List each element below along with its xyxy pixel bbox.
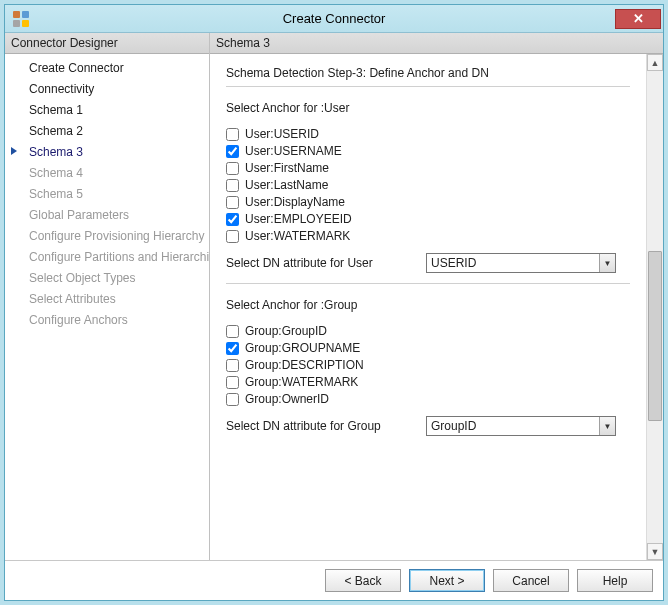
close-icon: ✕: [633, 11, 644, 26]
titlebar: Create Connector ✕: [5, 5, 663, 33]
main-columns: Connector Designer Create ConnectorConne…: [5, 33, 663, 560]
checkbox[interactable]: [226, 128, 239, 141]
checkbox[interactable]: [226, 342, 239, 355]
nav-item[interactable]: Configure Anchors: [5, 310, 209, 331]
nav-item[interactable]: Select Object Types: [5, 268, 209, 289]
user-dn-value: USERID: [431, 256, 476, 270]
cancel-button[interactable]: Cancel: [493, 569, 569, 592]
checkbox[interactable]: [226, 162, 239, 175]
nav-item[interactable]: Schema 5: [5, 184, 209, 205]
nav-item[interactable]: Select Attributes: [5, 289, 209, 310]
checkbox-label: Group:GroupID: [245, 324, 327, 338]
help-button[interactable]: Help: [577, 569, 653, 592]
checkbox-label: Group:GROUPNAME: [245, 341, 360, 355]
user-dn-label: Select DN attribute for User: [226, 256, 426, 270]
next-button[interactable]: Next >: [409, 569, 485, 592]
app-icon: [13, 11, 29, 27]
group-anchor-label: Select Anchor for :Group: [226, 298, 630, 312]
checkbox-label: User:DisplayName: [245, 195, 345, 209]
checkbox-label: Group:WATERMARK: [245, 375, 358, 389]
group-dn-row: Select DN attribute for Group GroupID ▼: [226, 416, 630, 436]
right-pane: Schema 3 Schema Detection Step-3: Define…: [210, 33, 663, 560]
user-dn-row: Select DN attribute for User USERID ▼: [226, 253, 630, 273]
checkbox[interactable]: [226, 145, 239, 158]
nav-item[interactable]: Global Parameters: [5, 205, 209, 226]
scroll-thumb[interactable]: [648, 251, 662, 421]
footer-buttons: < Back Next > Cancel Help: [5, 560, 663, 600]
group-checkbox-row[interactable]: Group:OwnerID: [226, 392, 630, 406]
user-checkbox-row[interactable]: User:FirstName: [226, 161, 630, 175]
group-checkbox-row[interactable]: Group:GROUPNAME: [226, 341, 630, 355]
vertical-scrollbar[interactable]: ▲ ▼: [646, 54, 663, 560]
user-dn-select[interactable]: USERID ▼: [426, 253, 616, 273]
group-checkbox-row[interactable]: Group:DESCRIPTION: [226, 358, 630, 372]
scroll-track[interactable]: [647, 71, 663, 543]
group-checkbox-row[interactable]: Group:WATERMARK: [226, 375, 630, 389]
window-title: Create Connector: [5, 11, 663, 26]
group-dn-label: Select DN attribute for Group: [226, 419, 426, 433]
chevron-down-icon: ▼: [599, 417, 615, 435]
close-button[interactable]: ✕: [615, 9, 661, 29]
user-anchor-label: Select Anchor for :User: [226, 101, 630, 115]
user-checkbox-row[interactable]: User:EMPLOYEEID: [226, 212, 630, 226]
user-checkbox-row[interactable]: User:DisplayName: [226, 195, 630, 209]
back-button[interactable]: < Back: [325, 569, 401, 592]
checkbox-label: User:LastName: [245, 178, 328, 192]
nav-list: Create ConnectorConnectivitySchema 1Sche…: [5, 54, 209, 335]
checkbox-label: User:WATERMARK: [245, 229, 350, 243]
chevron-down-icon: ▼: [599, 254, 615, 272]
right-pane-header: Schema 3: [210, 33, 663, 54]
checkbox[interactable]: [226, 213, 239, 226]
scroll-up-button[interactable]: ▲: [647, 54, 663, 71]
checkbox[interactable]: [226, 325, 239, 338]
nav-item[interactable]: Create Connector: [5, 58, 209, 79]
scroll-down-button[interactable]: ▼: [647, 543, 663, 560]
user-checkbox-row[interactable]: User:USERID: [226, 127, 630, 141]
content-area: Schema Detection Step-3: Define Anchor a…: [210, 54, 646, 560]
checkbox[interactable]: [226, 230, 239, 243]
checkbox-label: User:USERID: [245, 127, 319, 141]
group-checkbox-list: Group:GroupIDGroup:GROUPNAMEGroup:DESCRI…: [226, 324, 630, 406]
step-title: Schema Detection Step-3: Define Anchor a…: [226, 66, 630, 80]
checkbox[interactable]: [226, 376, 239, 389]
group-dn-value: GroupID: [431, 419, 476, 433]
nav-item[interactable]: Schema 3: [5, 142, 209, 163]
user-checkbox-row[interactable]: User:WATERMARK: [226, 229, 630, 243]
divider: [226, 86, 630, 87]
nav-item[interactable]: Schema 2: [5, 121, 209, 142]
nav-item[interactable]: Configure Partitions and Hierarchies: [5, 247, 209, 268]
user-checkbox-row[interactable]: User:LastName: [226, 178, 630, 192]
dialog-window: Create Connector ✕ Connector Designer Cr…: [4, 4, 664, 601]
group-checkbox-row[interactable]: Group:GroupID: [226, 324, 630, 338]
checkbox-label: Group:DESCRIPTION: [245, 358, 364, 372]
checkbox-label: User:FirstName: [245, 161, 329, 175]
nav-item[interactable]: Schema 1: [5, 100, 209, 121]
checkbox-label: User:EMPLOYEEID: [245, 212, 352, 226]
checkbox-label: User:USERNAME: [245, 144, 342, 158]
checkbox[interactable]: [226, 393, 239, 406]
left-pane: Connector Designer Create ConnectorConne…: [5, 33, 210, 560]
nav-item[interactable]: Schema 4: [5, 163, 209, 184]
nav-item[interactable]: Configure Provisioning Hierarchy: [5, 226, 209, 247]
checkbox[interactable]: [226, 196, 239, 209]
checkbox[interactable]: [226, 179, 239, 192]
nav-item[interactable]: Connectivity: [5, 79, 209, 100]
user-checkbox-row[interactable]: User:USERNAME: [226, 144, 630, 158]
left-pane-header: Connector Designer: [5, 33, 209, 54]
group-dn-select[interactable]: GroupID ▼: [426, 416, 616, 436]
checkbox[interactable]: [226, 359, 239, 372]
checkbox-label: Group:OwnerID: [245, 392, 329, 406]
user-checkbox-list: User:USERIDUser:USERNAMEUser:FirstNameUs…: [226, 127, 630, 243]
divider: [226, 283, 630, 284]
